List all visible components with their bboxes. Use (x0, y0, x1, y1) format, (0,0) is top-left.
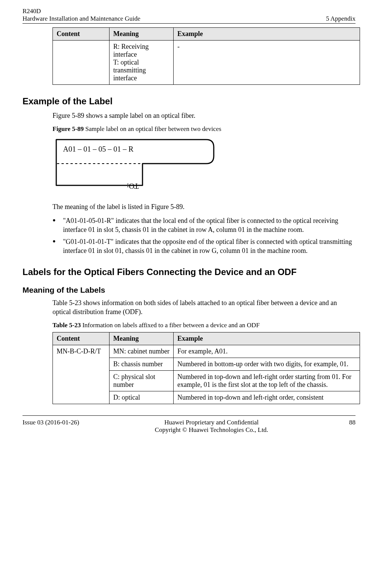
td-content (53, 41, 110, 85)
label-top-text: A01 – 01 – 05 – 01 – R (63, 145, 134, 153)
th-content: Content (53, 332, 110, 345)
table-row: MN-B-C-D-R/T MN: cabinet number For exam… (53, 345, 360, 358)
list-item: "A01-01-05-01-R" indicates that the loca… (52, 216, 356, 235)
footer-proprietary: Huawei Proprietary and Confidential (98, 419, 326, 426)
td-meaning: MN: cabinet number (110, 345, 174, 358)
figure-caption-number: Figure 5-89 (52, 125, 84, 132)
table-1: Content Meaning Example R: Receiving int… (52, 27, 360, 85)
section-heading-odf: Labels for the Optical Fibers Connecting… (22, 267, 356, 277)
th-meaning: Meaning (110, 332, 174, 345)
list-item: "G01-01-01-01-T" indicates that the oppo… (52, 237, 356, 256)
page-header: R240D Hardware Installation and Maintena… (22, 8, 356, 24)
header-chapter: 5 Appendix (326, 15, 356, 23)
figure-caption: Figure 5-89 Sample label on an optical f… (52, 125, 356, 133)
figure-label-sample: A01 – 01 – 05 – 01 – R TO: G01 – 01 – 01… (52, 137, 356, 191)
figure-caption-text: Sample label on an optical fiber between… (84, 125, 221, 132)
td-meaning: C: physical slot number (110, 371, 174, 391)
header-product: R240D (22, 8, 140, 15)
td-example: Numbered in bottom-up order with two dig… (174, 358, 360, 371)
table-row: R: Receiving interface T: optical transm… (53, 41, 360, 85)
td-example: Numbered in top-down and left-right orde… (174, 391, 360, 404)
table-header-row: Content Meaning Example (53, 332, 360, 345)
td-example: - (174, 41, 360, 85)
paragraph-meaning-intro: The meaning of the label is listed in Fi… (52, 202, 356, 211)
footer-issue: Issue 03 (2016-01-26) (22, 419, 98, 426)
th-example: Example (174, 28, 360, 41)
th-content: Content (53, 28, 110, 41)
td-example: Numbered in top-down and left-right orde… (174, 371, 360, 391)
header-title: Hardware Installation and Maintenance Gu… (22, 15, 140, 23)
paragraph-intro: Figure 5-89 shows a sample label on an o… (52, 111, 356, 120)
table-caption: Table 5-23 Information on labels affixed… (52, 322, 356, 329)
page-footer: Issue 03 (2016-01-26) Huawei Proprietary… (22, 415, 356, 434)
table-header-row: Content Meaning Example (53, 28, 360, 41)
subsection-heading-meaning: Meaning of the Labels (22, 286, 356, 295)
th-meaning: Meaning (110, 28, 174, 41)
td-meaning: B: chassis number (110, 358, 174, 371)
footer-copyright: Copyright © Huawei Technologies Co., Ltd… (98, 426, 326, 434)
footer-page-number: 88 (326, 419, 356, 426)
label-to-prefix: TO: (127, 182, 139, 189)
section-heading-example: Example of the Label (22, 96, 356, 107)
td-example: For example, A01. (174, 345, 360, 358)
table-2: Content Meaning Example MN-B-C-D-R/T MN:… (52, 332, 360, 404)
table-caption-text: Information on labels affixed to a fiber… (81, 322, 260, 329)
td-meaning: R: Receiving interface T: optical transm… (110, 41, 174, 85)
paragraph-odf-intro: Table 5-23 shows information on both sid… (52, 298, 356, 317)
td-meaning: D: optical (110, 391, 174, 404)
label-svg: A01 – 01 – 05 – 01 – R TO: G01 – 01 – 01… (52, 137, 218, 189)
bullet-list: "A01-01-05-01-R" indicates that the loca… (52, 216, 356, 256)
label-bottom-text: TO: (127, 182, 139, 189)
td-content: MN-B-C-D-R/T (53, 345, 110, 404)
th-example: Example (174, 332, 360, 345)
table-caption-number: Table 5-23 (52, 322, 81, 329)
